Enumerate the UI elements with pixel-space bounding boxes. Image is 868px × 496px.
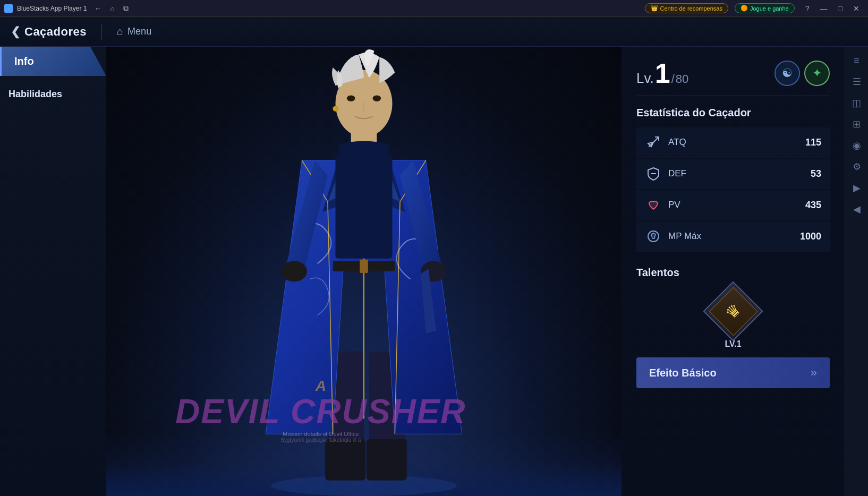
header-title: Caçadores <box>24 25 87 39</box>
edge-btn-2[interactable]: ☰ <box>847 72 866 91</box>
edge-btn-7[interactable]: ▶ <box>847 178 866 198</box>
character-figure <box>106 47 622 496</box>
talents-section: Talentos ♛ LV.1 <box>636 267 830 349</box>
app-icon <box>4 4 13 13</box>
play-earn-button[interactable]: 🟠 Jogue e ganhe <box>735 3 795 13</box>
stat-row-def: DEF 53 <box>636 159 830 189</box>
svg-rect-9 <box>336 155 393 258</box>
edge-btn-4[interactable]: ⊞ <box>847 115 866 134</box>
app-header: ❮ Caçadores ⌂ Menu <box>0 17 868 47</box>
stat-row-pv: PV 435 <box>636 190 830 220</box>
edge-btn-1[interactable]: ≡ <box>847 51 866 70</box>
close-button[interactable]: ✕ <box>849 3 864 14</box>
skills-title: Habilidades <box>8 89 62 99</box>
svg-point-15 <box>373 95 381 101</box>
level-separator: / <box>671 72 675 86</box>
level-display: Lv. 1 / 80 <box>636 59 688 87</box>
mp-value: 1000 <box>800 231 821 242</box>
help-button[interactable]: ? <box>801 3 814 14</box>
edge-btn-6[interactable]: ⚙ <box>847 157 866 176</box>
svg-rect-4 <box>367 439 407 481</box>
title-bar-left: BlueStacks App Player 1 ← ⌂ ⧉ <box>4 3 132 14</box>
yin-yang-icon: ☯ <box>782 66 793 80</box>
edge-btn-5[interactable]: ◉ <box>847 136 866 155</box>
minimize-button[interactable]: — <box>816 3 832 14</box>
nav-home-button[interactable]: ⌂ <box>107 3 117 14</box>
menu-home-icon: ⌂ <box>117 25 123 38</box>
effect-basic-button[interactable]: Efeito Básico » <box>636 357 830 388</box>
nav-buttons: ← ⌂ ⧉ <box>91 3 131 14</box>
stat-row-atq: ATQ 115 <box>636 127 830 158</box>
app-name: BlueStacks App Player 1 <box>17 5 87 12</box>
level-icons: ☯ ✦ <box>775 61 830 86</box>
talents-title: Talentos <box>636 267 830 279</box>
level-lv-label: Lv. <box>636 70 654 87</box>
talent-icon-container: ♛ <box>709 287 757 335</box>
title-bar: BlueStacks App Player 1 ← ⌂ ⧉ 👑 Centro d… <box>0 0 868 17</box>
header-divider <box>101 24 102 40</box>
right-panel: Lv. 1 / 80 ☯ ✦ Estatística do Caçador <box>622 47 845 496</box>
atq-value: 115 <box>805 137 821 148</box>
svg-rect-19 <box>360 260 368 273</box>
svg-point-10 <box>281 261 307 282</box>
stats-title: Estatística do Caçador <box>636 107 830 119</box>
level-max: 80 <box>676 72 688 86</box>
level-number: 1 <box>655 59 670 87</box>
element-yin-yang-button[interactable]: ☯ <box>775 61 800 86</box>
nature-icon: ✦ <box>812 66 822 80</box>
atq-icon <box>645 134 662 151</box>
effect-btn-arrow-icon: » <box>811 366 817 380</box>
nav-duplicate-button[interactable]: ⧉ <box>120 3 132 14</box>
title-bar-right: 👑 Centro de recompensas 🟠 Jogue e ganhe … <box>645 3 864 14</box>
def-icon <box>645 165 662 182</box>
left-sidebar: Info Habilidades <box>0 47 106 496</box>
svg-point-14 <box>347 95 355 101</box>
info-tab-label: Info <box>14 55 34 67</box>
stats-list: ATQ 115 DEF 53 <box>636 127 830 252</box>
pv-value: 435 <box>805 200 821 211</box>
def-name: DEF <box>668 168 804 179</box>
main-content: Info Habilidades <box>0 47 868 496</box>
menu-button[interactable]: ⌂ Menu <box>117 25 151 38</box>
skills-section: Habilidades <box>0 78 106 110</box>
mp-icon <box>645 228 662 245</box>
info-tab[interactable]: Info <box>0 47 106 76</box>
atq-name: ATQ <box>668 137 799 148</box>
crown-icon: 👑 <box>651 5 658 12</box>
mp-name: MP Máx <box>668 231 794 242</box>
svg-point-17 <box>333 106 338 112</box>
edge-sidebar: ≡ ☰ ◫ ⊞ ◉ ⚙ ▶ ◀ <box>845 47 868 496</box>
element-nature-button[interactable]: ✦ <box>804 61 830 86</box>
edge-btn-3[interactable]: ◫ <box>847 93 866 113</box>
orange-icon: 🟠 <box>741 5 748 12</box>
back-arrow-icon: ❮ <box>11 25 20 39</box>
effect-btn-label: Efeito Básico <box>649 367 717 379</box>
stats-section: Estatística do Caçador ATQ 115 <box>636 107 830 252</box>
play-earn-label: Jogue e ganhe <box>750 5 789 12</box>
reward-center-label: Centro de recompensas <box>660 5 722 12</box>
character-display: A Devil Crusher Mission details of Devil… <box>106 47 622 496</box>
def-value: 53 <box>811 168 821 179</box>
pv-icon <box>645 196 662 213</box>
maximize-button[interactable]: □ <box>834 3 847 14</box>
talent-item: ♛ LV.1 <box>636 287 830 349</box>
svg-rect-3 <box>325 439 365 481</box>
edge-btn-8[interactable]: ◀ <box>847 200 866 219</box>
pv-name: PV <box>668 200 799 210</box>
nav-back-button[interactable]: ← <box>91 3 105 14</box>
level-section: Lv. 1 / 80 ☯ ✦ <box>636 59 830 96</box>
stat-row-mp: MP Máx 1000 <box>636 221 830 252</box>
menu-label: Menu <box>127 26 151 37</box>
reward-center-button[interactable]: 👑 Centro de recompensas <box>645 3 728 13</box>
back-button[interactable]: ❮ Caçadores <box>11 25 87 39</box>
window-controls: ? — □ ✕ <box>801 3 864 14</box>
